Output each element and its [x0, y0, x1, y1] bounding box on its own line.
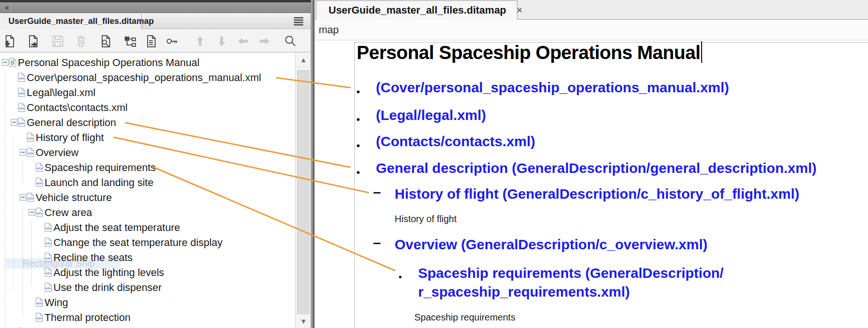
topicref-icon: </> [36, 163, 43, 172]
tab-ditamap-left[interactable]: UserGuide_master_all_files.ditamap [0, 14, 142, 29]
tree-item-use-the-drink-dispenser[interactable]: </>Use the drink dispenser [0, 280, 295, 295]
move-down-button[interactable] [214, 34, 229, 49]
tree-item-launch-and-landing-site[interactable]: </>Launch and landing site [0, 175, 295, 190]
list-marker: ● [356, 163, 360, 181]
topicref-icon: </> [45, 238, 52, 247]
editor-tab-bar: UserGuide_master_all_files.ditamap × [315, 0, 868, 20]
tree-item-adjust-the-seat-temperature[interactable]: </>Adjust the seat temperature [0, 220, 295, 235]
tree-item-contacts-contacts-xml[interactable]: </>Contacts\contacts.xml [0, 100, 295, 115]
left-tab-row: UserGuide_master_all_files.ditamap [0, 14, 311, 29]
topicref-icon: </> [18, 118, 25, 127]
list-marker: ● [356, 136, 360, 155]
svg-text:</>: </> [45, 286, 51, 291]
insert-topic-reference-button[interactable] [2, 34, 17, 49]
map-title[interactable]: Personal Spaceship Operations Manual [357, 41, 702, 63]
collapse-toggle-icon[interactable] [20, 194, 26, 201]
outline-text: (Legal/legal.xml) [376, 106, 486, 125]
collapse-toggle-icon[interactable] [29, 209, 35, 216]
tree-item-crew-area[interactable]: </>Crew area [0, 205, 295, 220]
svg-text:</>: </> [37, 166, 42, 171]
collapse-toggle-icon[interactable] [11, 119, 17, 126]
svg-text:</>: </> [37, 316, 42, 321]
collapse-panel-icon[interactable]: « [5, 4, 8, 11]
tree-item-wing[interactable]: </>Wing [0, 295, 295, 310]
panel-splitter[interactable] [311, 0, 315, 328]
left-tab-label: UserGuide_master_all_files.ditamap [8, 16, 154, 26]
scroll-down-icon[interactable]: ▼︎ [296, 314, 311, 328]
delete-button[interactable] [74, 34, 89, 49]
tree-item-label: Change the seat temperature display [53, 237, 223, 249]
outline-text: Spaceship requirements (GeneralDescripti… [418, 264, 724, 301]
list-marker: – [373, 183, 381, 201]
tree-item-label: Legal\legal.xml [27, 87, 96, 99]
scroll-up-icon[interactable]: ▲︎ [296, 53, 311, 67]
topicref-icon: </> [36, 313, 43, 322]
svg-text:</>: </> [37, 211, 42, 216]
tree-item-label: Wing [45, 297, 68, 309]
svg-text:</>: </> [19, 121, 24, 126]
topicref-icon: </> [27, 193, 34, 202]
tree-item-systems[interactable]: </>Systems [0, 325, 295, 328]
keys-button[interactable] [165, 34, 180, 49]
svg-text:</>: </> [19, 106, 24, 111]
collapse-toggle-icon[interactable] [20, 149, 26, 156]
tree-item-thermal-protection[interactable]: </>Thermal protection [0, 310, 295, 325]
move-up-button[interactable] [193, 34, 208, 49]
svg-text:</>: </> [19, 76, 24, 81]
scrollbar-thumb[interactable] [297, 70, 309, 321]
outline-text: History of flight [395, 213, 456, 224]
save-button[interactable] [50, 34, 65, 49]
tree-item-label: Spaceship requirements [45, 162, 156, 174]
tree-item-history-of-flight[interactable]: </>History of flight [0, 130, 295, 145]
tab-ditamap-editor[interactable]: UserGuide_master_all_files.ditamap × [316, 0, 517, 20]
topicref-icon: </> [27, 148, 34, 157]
preview-reference-button[interactable] [98, 34, 113, 49]
topicref-icon: </> [27, 133, 34, 142]
tree-item-overview[interactable]: </>Overview [0, 145, 295, 160]
editor-tab-label: UserGuide_master_all_files.ditamap [329, 4, 506, 16]
editor-panel: UserGuide_master_all_files.ditamap × map… [315, 0, 868, 328]
topicref-icon: </> [36, 298, 43, 307]
search-button[interactable] [283, 34, 298, 49]
close-tab-icon[interactable]: × [516, 5, 523, 15]
demote-button[interactable] [257, 34, 272, 49]
tree-item-label: Recline the seats [53, 252, 133, 264]
svg-text:</>: </> [28, 136, 33, 141]
svg-text:D: D [11, 60, 14, 66]
collapse-toggle-icon[interactable] [2, 59, 8, 66]
tree-scrollbar: ▲︎ ▼︎ [295, 53, 311, 328]
tree-item-spaceship-requirements[interactable]: </>Spaceship requirements [0, 160, 295, 175]
promote-button[interactable] [236, 34, 251, 49]
topicref-icon: </> [45, 268, 52, 277]
tree-item-personal-spaceship-operations-manual[interactable]: DPersonal Spaceship Operations Manual [0, 55, 295, 70]
hamburger-menu-icon[interactable] [293, 16, 304, 26]
svg-text:</>: </> [45, 256, 51, 261]
ditamap-icon: D [9, 58, 16, 67]
tree-item-change-the-seat-temperature-display[interactable]: </>Change the seat temperature display [0, 235, 295, 250]
topicref-icon: </> [18, 103, 25, 112]
map-hierarchy-button[interactable] [123, 34, 138, 49]
tree-item-general-description[interactable]: </>General description [0, 115, 295, 130]
tree-item-label: Launch and landing site [45, 177, 153, 189]
list-marker: ● [356, 82, 360, 101]
breadcrumb-bar: map [315, 20, 868, 40]
svg-text:</>: </> [37, 301, 42, 306]
list-marker: ● [398, 268, 402, 286]
outline-text: (Cover/personal_spaceship_operations_man… [376, 78, 729, 97]
document-view-button[interactable] [143, 34, 158, 49]
insert-reference-after-button[interactable] [25, 34, 40, 49]
tree-item-legal-legal-xml[interactable]: </>Legal\legal.xml [0, 85, 295, 100]
tree-item-adjust-the-lighting-levels[interactable]: </>Adjust the lighting levels [0, 265, 295, 280]
tree-item-label: Contacts\contacts.xml [27, 102, 127, 114]
tree-item-label: History of flight [36, 132, 104, 144]
breadcrumb-map-node[interactable]: map [319, 24, 339, 36]
topicref-icon: </> [45, 253, 52, 262]
tree-item-label: Cover\personal_spaceship_operations_manu… [27, 72, 261, 84]
tree-item-cover-personal-spaceship-operations-manu[interactable]: </>Cover\personal_spaceship_operations_m… [0, 70, 295, 85]
outline-text: General description (GeneralDescription/… [376, 159, 816, 178]
outline-text: Spaceship requirements [414, 312, 516, 323]
outline-text: History of flight (GeneralDescription/c_… [395, 185, 799, 203]
tree-item-label: Overview [36, 147, 79, 159]
tree-item-recline-the-seats[interactable]: </>Recline the seats [0, 250, 295, 265]
tree-item-vehicle-structure[interactable]: </>Vehicle structure [0, 190, 295, 205]
